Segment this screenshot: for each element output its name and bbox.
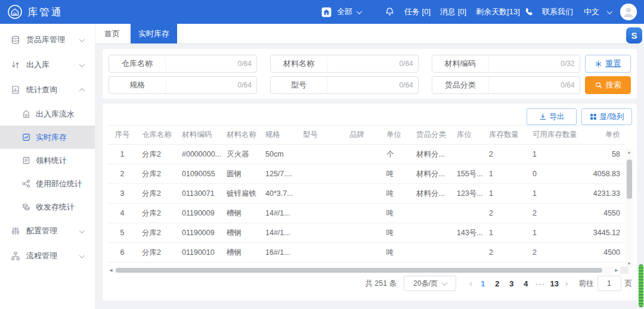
page-size-select[interactable]: 20条/页 bbox=[404, 276, 456, 291]
page-scrollbar-thumb[interactable] bbox=[639, 264, 643, 307]
char-counter: 0/32 bbox=[561, 60, 579, 68]
site-selector[interactable]: 全部 bbox=[321, 0, 361, 24]
reset-button[interactable]: 重置 bbox=[585, 55, 631, 73]
table-cell: 4231.33 bbox=[590, 184, 625, 204]
table-cell: 4500 bbox=[590, 243, 625, 263]
sidebar-item-process-management[interactable]: 流程管理 bbox=[0, 244, 95, 269]
char-counter: 0/64 bbox=[561, 81, 579, 89]
table-cell: 2 bbox=[484, 145, 528, 164]
sidebar-item-receipt-dispatch-stats[interactable]: 收发存统计 bbox=[0, 195, 95, 219]
export-button[interactable]: 导出 bbox=[527, 108, 577, 125]
table-cell: 灭火器 bbox=[222, 145, 261, 164]
warehouse-name-field[interactable]: 仓库名称 0/64 bbox=[109, 55, 257, 73]
app-window: 库管通 全部 任务 [0] 消息 [0] 剩余天数[13] 联系我们 bbox=[0, 0, 644, 309]
horizontal-scroll-thumb[interactable] bbox=[116, 268, 602, 273]
table-row: 1分库2#0000000...灭火器50cm个材料分...2158 bbox=[107, 145, 625, 164]
phone-icon bbox=[524, 7, 534, 17]
prev-page-button[interactable]: ‹ bbox=[466, 279, 476, 288]
next-page-button[interactable]: › bbox=[562, 279, 572, 288]
tab-realtime-inventory[interactable]: 实时库存 bbox=[131, 24, 177, 43]
table-row: 6分库201190010槽钢16#/1...吨224500 bbox=[107, 243, 625, 263]
material-code-field[interactable]: 材料编码 0/32 bbox=[432, 55, 580, 73]
table-cell: 槽钢 bbox=[222, 204, 261, 223]
page-number[interactable]: 2 bbox=[490, 276, 504, 291]
page-number[interactable]: 3 bbox=[504, 276, 519, 291]
table-cell: 材料分... bbox=[411, 145, 452, 164]
table-cell: 2 bbox=[528, 243, 590, 263]
table-cell: 123号... bbox=[452, 184, 484, 204]
sidebar-item-inout-flow[interactable]: 出入库流水 bbox=[0, 102, 95, 126]
sidebar-item-material-stats[interactable]: 领料统计 bbox=[0, 149, 95, 172]
days-left-label: 剩余天数[13] bbox=[476, 7, 520, 17]
page-number[interactable]: 13 bbox=[547, 276, 562, 291]
table-header-row: 序号仓库名称材料编码材料名称规格型号品牌单位货品分类库位库存数量可用库存数量单价 bbox=[107, 126, 625, 145]
export-button-label: 导出 bbox=[550, 112, 565, 122]
chevron-down-icon bbox=[357, 8, 363, 14]
tab-home[interactable]: 首页 bbox=[95, 24, 129, 43]
sidebar-item-usage-location-stats[interactable]: 使用部位统计 bbox=[0, 172, 95, 195]
page-number[interactable]: 4 bbox=[519, 276, 533, 291]
table-row: 2分库201090055圆钢125/7....吨材料分...155号...104… bbox=[107, 164, 625, 184]
sidebar-item-config-management[interactable]: 配置管理 bbox=[0, 219, 95, 244]
field-label: 规格 bbox=[109, 77, 166, 93]
reset-button-label: 重置 bbox=[605, 58, 621, 69]
scroll-track[interactable] bbox=[114, 267, 613, 274]
show-hide-columns-button[interactable]: 显/隐列 bbox=[581, 108, 632, 125]
goto-unit-label: 页 bbox=[625, 279, 633, 289]
tasks-link[interactable]: 任务 [0] bbox=[404, 7, 431, 17]
app-logo: 库管通 bbox=[0, 4, 63, 20]
table-cell bbox=[452, 145, 484, 164]
main-content: 首页 实时库存 仓库名称 0/64 材料名称 0/64 材料编码 0/32 bbox=[95, 24, 644, 309]
user-avatar[interactable] bbox=[620, 4, 637, 20]
table-cell: 16#/1... bbox=[261, 243, 298, 263]
table-horizontal-scrollbar[interactable]: ◀ ▶ bbox=[107, 267, 628, 274]
table-cell: 2 bbox=[484, 204, 528, 223]
column-header: 仓库名称 bbox=[137, 126, 177, 145]
goto-page-input[interactable] bbox=[597, 276, 621, 291]
table-cell: 材料分... bbox=[411, 184, 452, 204]
table-cell: 1 bbox=[528, 145, 590, 164]
table-cell: 4550 bbox=[590, 204, 625, 223]
model-field[interactable]: 型号 0/64 bbox=[270, 76, 419, 94]
sidebar-item-goods-management[interactable]: 货品库管理 bbox=[0, 27, 95, 52]
page-ellipsis: ··· bbox=[533, 276, 547, 291]
column-header: 规格 bbox=[261, 126, 298, 145]
sidebar-item-realtime-inventory[interactable]: 实时库存 bbox=[0, 126, 95, 149]
reset-sparkle-icon bbox=[595, 60, 602, 68]
table-cell bbox=[345, 164, 382, 184]
sidebar-item-in-out[interactable]: 出入库 bbox=[0, 52, 95, 77]
table-cell: 1 bbox=[484, 184, 528, 204]
table-cell bbox=[298, 223, 345, 243]
vertical-scroll-thumb[interactable] bbox=[627, 160, 632, 199]
search-button[interactable]: 搜索 bbox=[585, 76, 631, 94]
page-number[interactable]: 1 bbox=[476, 276, 490, 291]
contact-us-link[interactable]: 联系我们 bbox=[542, 7, 573, 17]
language-selector[interactable]: 中文 bbox=[584, 7, 599, 17]
bell-icon[interactable] bbox=[385, 7, 395, 17]
column-header: 货品分类 bbox=[411, 126, 452, 145]
page-size-label: 20条/页 bbox=[413, 279, 438, 289]
scroll-left-arrow-icon[interactable]: ◀ bbox=[107, 268, 114, 273]
sidebar-item-label: 流程管理 bbox=[26, 251, 80, 261]
database-icon bbox=[11, 35, 20, 45]
sidebar-item-statistics[interactable]: 统计查询 bbox=[0, 77, 95, 102]
goods-category-field[interactable]: 货品分类 0/64 bbox=[432, 76, 580, 94]
messages-link[interactable]: 消息 [0] bbox=[440, 7, 466, 17]
table-cell bbox=[345, 204, 382, 223]
sidebar-item-label: 使用部位统计 bbox=[36, 179, 84, 189]
column-header: 库位 bbox=[452, 126, 484, 145]
table-cell: 14#/1... bbox=[261, 204, 298, 223]
material-name-field[interactable]: 材料名称 0/64 bbox=[270, 55, 419, 73]
spec-field[interactable]: 规格 0/64 bbox=[109, 76, 257, 94]
table-cell: 吨 bbox=[382, 223, 411, 243]
scroll-up-arrow-icon[interactable]: ▲ bbox=[627, 149, 631, 156]
sidebar-item-label: 出入库流水 bbox=[36, 109, 84, 120]
table-cell: 01190009 bbox=[177, 204, 222, 223]
sidebar-item-label: 统计查询 bbox=[26, 85, 80, 95]
search-icon bbox=[595, 81, 603, 89]
customer-service-widget[interactable]: S bbox=[626, 27, 642, 43]
table-vertical-scrollbar[interactable]: ▲ ▼ bbox=[625, 149, 633, 267]
scroll-right-arrow-icon[interactable]: ▶ bbox=[613, 268, 620, 273]
char-counter: 0/64 bbox=[238, 81, 256, 89]
chevron-down-icon bbox=[79, 252, 85, 258]
